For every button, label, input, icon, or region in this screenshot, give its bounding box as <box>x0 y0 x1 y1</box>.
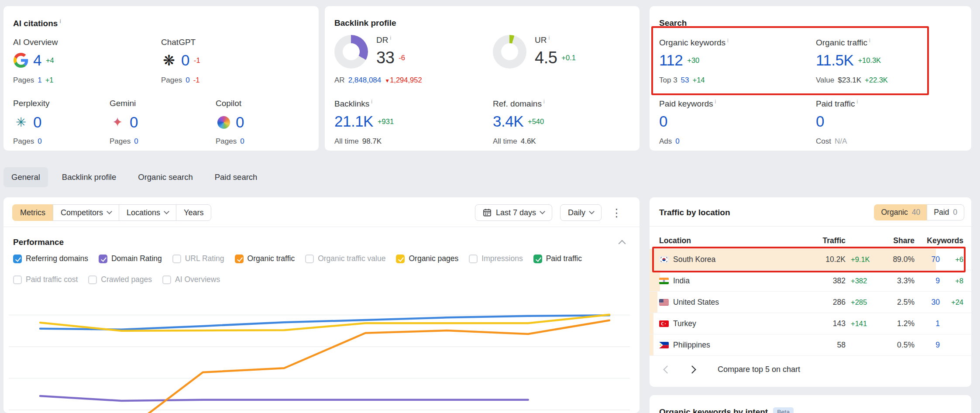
checkbox-box <box>235 255 244 263</box>
perplexity-value-row: ✳ 0 <box>13 112 41 133</box>
organic-traffic-value[interactable]: 11.5K <box>816 52 853 69</box>
info-icon[interactable]: i <box>869 38 870 44</box>
ur-value: 4.5 <box>535 48 557 67</box>
date-controls: Last 7 days Daily ⋮ <box>475 204 624 221</box>
info-icon[interactable]: i <box>727 38 729 44</box>
info-icon[interactable]: i <box>59 18 61 24</box>
tab-paid-search[interactable]: Paid search <box>207 167 265 187</box>
checkbox-crawled-pages[interactable]: Crawled pages <box>88 275 152 284</box>
chatgpt-delta: -1 <box>194 56 200 65</box>
backlink-profile-card: Backlink profile DRi 33 -6 AR 2,848,084 … <box>325 6 640 151</box>
chevron-down-icon <box>164 209 169 214</box>
checkbox-box <box>172 255 181 263</box>
copilot-pages: Pages 0 <box>216 137 244 146</box>
google-icon <box>13 53 29 68</box>
info-icon[interactable]: i <box>543 99 545 105</box>
chatgpt-icon: ❋ <box>161 53 177 68</box>
checkbox-impressions[interactable]: Impressions <box>469 254 523 263</box>
metric-checkbox-row-1: Referring domains Domain Rating URL Rati… <box>13 254 582 263</box>
paid-keywords-label: Paid keywordsi <box>659 99 716 109</box>
checkbox-referring-domains[interactable]: Referring domains <box>13 254 88 263</box>
backlinks-value[interactable]: 21.1K <box>334 113 373 130</box>
chevron-down-icon <box>540 209 545 214</box>
checkbox-box <box>13 275 22 284</box>
collapse-chevron-icon[interactable] <box>619 240 626 248</box>
paid-traffic-value-row: 0 <box>816 111 824 132</box>
organic-keywords-value[interactable]: 112 <box>659 52 683 69</box>
traffic-value-row: Value $23.1K +22.3K <box>816 76 888 85</box>
traffic-by-location-title: Traffic by location <box>659 208 730 217</box>
checkbox-box <box>13 255 22 263</box>
perplexity-value: 0 <box>33 114 41 131</box>
organic-traffic-delta: +10.3K <box>858 56 881 65</box>
cost-row: Cost N/A <box>816 137 847 146</box>
table-row-turkey[interactable]: Turkey 143 +141 1.2% 1 <box>650 313 971 334</box>
ur-value-row: 4.5 +0.1 <box>535 47 576 68</box>
beta-badge: Beta <box>773 407 794 413</box>
chatgpt-value: 0 <box>181 52 189 69</box>
tab-general[interactable]: General <box>3 167 48 187</box>
dr-donut-chart <box>334 35 368 69</box>
paid-traffic-value: 0 <box>816 113 824 130</box>
next-page-chevron-icon[interactable] <box>688 365 696 373</box>
metrics-button[interactable]: Metrics <box>12 204 53 221</box>
table-row-india[interactable]: India 382 +382 3.3% 9 +8 <box>650 270 971 292</box>
gemini-value-row: ✦ 0 <box>110 112 138 133</box>
info-icon[interactable]: i <box>390 35 391 41</box>
competitors-button[interactable]: Competitors <box>53 204 119 221</box>
tab-organic-search[interactable]: Organic search <box>130 167 200 187</box>
dr-label: DRi <box>376 35 391 45</box>
report-tabs: General Backlink profile Organic search … <box>3 167 265 187</box>
table-row-south-korea[interactable]: South Korea 10.2K +9.1K 89.0% 70 +6 <box>650 249 971 270</box>
traffic-by-location-header: Traffic by location Organic40 Paid0 <box>659 204 964 220</box>
info-icon[interactable]: i <box>715 99 716 105</box>
more-options-button[interactable]: ⋮ <box>609 207 624 218</box>
paid-traffic-label: Paid traffici <box>816 99 858 109</box>
ai-overview-value-row: 4 +4 <box>13 50 54 71</box>
info-icon[interactable]: i <box>371 99 372 105</box>
toggle-paid[interactable]: Paid0 <box>927 204 964 220</box>
copilot-label: Copilot <box>216 99 241 108</box>
toggle-organic[interactable]: Organic40 <box>874 204 927 220</box>
ref-domains-value-row: 3.4K +540 <box>493 111 544 132</box>
info-icon[interactable]: i <box>856 99 858 105</box>
chevron-down-icon <box>589 209 595 214</box>
checkbox-organic-traffic-value[interactable]: Organic traffic value <box>305 254 385 263</box>
checkbox-organic-traffic[interactable]: Organic traffic <box>235 254 295 263</box>
ai-overview-delta: +4 <box>46 56 54 65</box>
checkbox-ai-overviews[interactable]: AI Overviews <box>162 275 220 284</box>
checkbox-paid-traffic-cost[interactable]: Paid traffic cost <box>13 275 78 284</box>
organic-paid-toggle: Organic40 Paid0 <box>874 204 964 220</box>
share-bar <box>650 334 653 355</box>
table-row-united-states[interactable]: United States 286 +285 2.5% 30 +24 <box>650 292 971 313</box>
share-bar <box>650 313 653 334</box>
checkbox-box <box>305 255 314 263</box>
info-icon[interactable]: i <box>548 35 550 41</box>
copilot-value-row: 0 <box>216 112 244 133</box>
granularity-button[interactable]: Daily <box>560 204 602 221</box>
performance-line-chart <box>3 297 640 413</box>
checkbox-paid-traffic[interactable]: Paid traffic <box>533 254 582 263</box>
col-location: Location <box>659 236 807 245</box>
share-bar <box>650 270 660 291</box>
ref-domains-value[interactable]: 3.4K <box>493 113 523 130</box>
prev-page-chevron-icon[interactable] <box>663 365 671 373</box>
ur-donut-chart <box>493 35 526 69</box>
ur-label: URi <box>535 35 550 45</box>
years-button[interactable]: Years <box>176 204 211 221</box>
checkbox-domain-rating[interactable]: Domain Rating <box>99 254 162 263</box>
tab-backlink-profile[interactable]: Backlink profile <box>54 167 124 187</box>
checkbox-url-rating[interactable]: URL Rating <box>172 254 224 263</box>
view-switcher: Metrics Competitors Locations Years <box>12 204 211 221</box>
date-range-button[interactable]: Last 7 days <box>475 204 552 221</box>
backlinks-value-row: 21.1K +931 <box>334 111 394 132</box>
checkbox-organic-pages[interactable]: Organic pages <box>396 254 458 263</box>
table-row-philippines[interactable]: Philippines 58 0.5% 9 <box>650 334 971 356</box>
chatgpt-label: ChatGPT <box>161 38 196 47</box>
ref-domains-delta: +540 <box>528 117 544 126</box>
perplexity-label: Perplexity <box>13 99 49 108</box>
metric-checkbox-row-2: Paid traffic cost Crawled pages AI Overv… <box>13 275 220 284</box>
organic-traffic-value-row: 11.5K +10.3K <box>816 50 881 71</box>
locations-button[interactable]: Locations <box>119 204 176 221</box>
gemini-label: Gemini <box>110 99 136 108</box>
